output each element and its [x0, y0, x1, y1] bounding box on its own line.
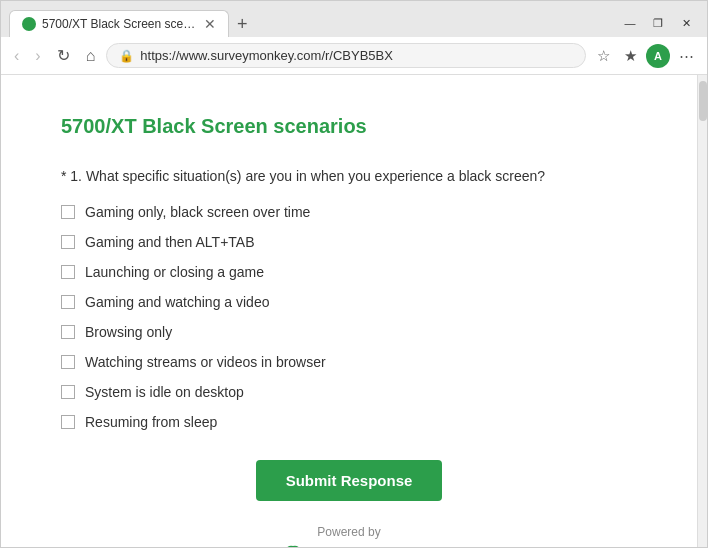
scrollbar-thumb[interactable]: [699, 81, 707, 121]
url-text: https://www.surveymonkey.com/r/CBYB5BX: [140, 48, 393, 63]
lock-icon: 🔒: [119, 49, 134, 63]
checkbox-3[interactable]: [61, 265, 75, 279]
avatar[interactable]: A: [646, 44, 670, 68]
back-button[interactable]: ‹: [9, 45, 24, 67]
list-item: Launching or closing a game: [61, 264, 637, 280]
option-label-3: Launching or closing a game: [85, 264, 264, 280]
list-item: Gaming only, black screen over time: [61, 204, 637, 220]
option-label-1: Gaming only, black screen over time: [85, 204, 310, 220]
checkbox-2[interactable]: [61, 235, 75, 249]
checkbox-1[interactable]: [61, 205, 75, 219]
new-tab-button[interactable]: +: [229, 14, 256, 35]
scrollbar-track: [697, 75, 707, 547]
survey-title: 5700/XT Black Screen scenarios: [61, 115, 637, 138]
list-item: Gaming and then ALT+TAB: [61, 234, 637, 250]
sm-logo-svg: [282, 543, 304, 547]
list-item: Watching streams or videos in browser: [61, 354, 637, 370]
option-label-7: System is idle on desktop: [85, 384, 244, 400]
window-controls: — ❐ ✕: [617, 13, 699, 33]
submit-wrap: Submit Response: [61, 460, 637, 501]
tab-title: 5700/XT Black Screen scenarios: [42, 17, 198, 31]
surveymonkey-logo: SurveyMonkey: [61, 543, 637, 547]
browser-window: 5700/XT Black Screen scenarios ✕ + — ❐ ✕…: [0, 0, 708, 548]
home-button[interactable]: ⌂: [81, 45, 101, 67]
minimize-button[interactable]: —: [617, 13, 643, 33]
checkbox-4[interactable]: [61, 295, 75, 309]
list-item: Resuming from sleep: [61, 414, 637, 430]
option-label-4: Gaming and watching a video: [85, 294, 269, 310]
collections-icon[interactable]: ★: [619, 44, 642, 68]
option-label-6: Watching streams or videos in browser: [85, 354, 326, 370]
address-input[interactable]: 🔒 https://www.surveymonkey.com/r/CBYB5BX: [106, 43, 586, 68]
checkbox-5[interactable]: [61, 325, 75, 339]
list-item: Gaming and watching a video: [61, 294, 637, 310]
checkbox-7[interactable]: [61, 385, 75, 399]
forward-button[interactable]: ›: [30, 45, 45, 67]
list-item: System is idle on desktop: [61, 384, 637, 400]
list-item: Browsing only: [61, 324, 637, 340]
checkbox-6[interactable]: [61, 355, 75, 369]
tab-bar: 5700/XT Black Screen scenarios ✕ + — ❐ ✕: [1, 1, 707, 37]
checkbox-8[interactable]: [61, 415, 75, 429]
submit-button[interactable]: Submit Response: [256, 460, 443, 501]
page-content: 5700/XT Black Screen scenarios * 1. What…: [1, 75, 707, 547]
restore-button[interactable]: ❐: [645, 13, 671, 33]
browser-tab[interactable]: 5700/XT Black Screen scenarios ✕: [9, 10, 229, 37]
tab-favicon: [22, 17, 36, 31]
option-label-2: Gaming and then ALT+TAB: [85, 234, 255, 250]
more-button[interactable]: ⋯: [674, 44, 699, 68]
close-button[interactable]: ✕: [673, 13, 699, 33]
toolbar-right: ☆ ★ A ⋯: [592, 44, 699, 68]
tab-close-button[interactable]: ✕: [204, 17, 216, 31]
monkey-icon: [282, 543, 304, 547]
powered-by-label: Powered by: [317, 525, 380, 539]
bookmark-icon[interactable]: ☆: [592, 44, 615, 68]
question-label: * 1. What specific situation(s) are you …: [61, 168, 637, 184]
page-inner: 5700/XT Black Screen scenarios * 1. What…: [1, 75, 697, 547]
options-list: Gaming only, black screen over time Gami…: [61, 204, 637, 430]
powered-by: Powered by Surv: [61, 525, 637, 547]
refresh-button[interactable]: ↻: [52, 44, 75, 67]
option-label-5: Browsing only: [85, 324, 172, 340]
option-label-8: Resuming from sleep: [85, 414, 217, 430]
address-bar: ‹ › ↻ ⌂ 🔒 https://www.surveymonkey.com/r…: [1, 37, 707, 75]
